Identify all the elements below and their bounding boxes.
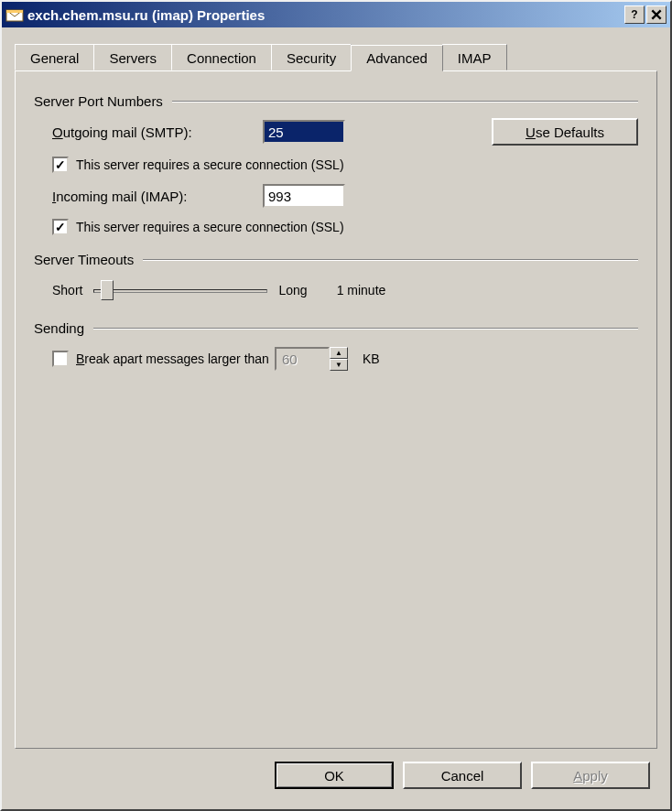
- timeouts-legend: Server Timeouts: [34, 252, 134, 267]
- tab-security[interactable]: Security: [271, 44, 352, 70]
- slider-thumb[interactable]: [101, 280, 114, 300]
- apply-button[interactable]: Apply: [531, 762, 650, 789]
- ssl-imap-checkbox[interactable]: [52, 219, 69, 235]
- window-title: exch.chem.msu.ru (imap) Properties: [27, 7, 624, 23]
- timeout-short-label: Short: [52, 283, 82, 297]
- ssl-smtp-label: This server requires a secure connection…: [76, 157, 344, 172]
- break-size-input: [275, 347, 330, 371]
- break-apart-checkbox[interactable]: [52, 351, 69, 367]
- sending-legend: Sending: [34, 320, 84, 336]
- sending-group: Sending Break apart messages larger than…: [34, 320, 638, 371]
- server-timeouts-group: Server Timeouts Short Long 1 minute: [34, 252, 638, 304]
- mail-icon: [5, 5, 24, 24]
- cancel-button[interactable]: Cancel: [403, 762, 522, 789]
- advanced-panel: Server Port Numbers Outgoing mail (SMTP)…: [15, 70, 657, 749]
- svg-rect-1: [6, 10, 23, 13]
- tab-general[interactable]: General: [15, 44, 94, 70]
- dialog-footer: OK Cancel Apply: [15, 749, 657, 796]
- break-apart-label: Break apart messages larger than: [76, 351, 269, 366]
- outgoing-port-input[interactable]: [263, 120, 345, 144]
- help-button[interactable]: ?: [624, 5, 645, 24]
- incoming-port-input[interactable]: [263, 184, 345, 208]
- kb-label: KB: [363, 351, 380, 366]
- timeout-long-label: Long: [278, 283, 307, 297]
- tab-connection[interactable]: Connection: [171, 44, 272, 70]
- tab-advanced[interactable]: Advanced: [351, 45, 443, 71]
- timeout-value: 1 minute: [337, 283, 386, 297]
- outgoing-mail-label: Outgoing mail (SMTP):: [52, 124, 263, 140]
- tab-strip: General Servers Connection Security Adva…: [15, 44, 657, 70]
- properties-dialog: exch.chem.msu.ru (imap) Properties ? Gen…: [0, 0, 672, 811]
- ok-button[interactable]: OK: [275, 762, 394, 789]
- use-defaults-button[interactable]: Use Defaults: [492, 118, 638, 146]
- incoming-mail-label: Incoming mail (IMAP):: [52, 189, 263, 204]
- close-button[interactable]: [646, 5, 667, 24]
- tab-area: General Servers Connection Security Adva…: [15, 44, 657, 749]
- spin-up-button[interactable]: ▲: [330, 347, 348, 359]
- dialog-content: General Servers Connection Security Adva…: [2, 27, 670, 809]
- tab-servers[interactable]: Servers: [93, 44, 172, 70]
- tab-imap[interactable]: IMAP: [442, 44, 507, 70]
- titlebar[interactable]: exch.chem.msu.ru (imap) Properties ?: [2, 2, 670, 27]
- ssl-smtp-checkbox[interactable]: [52, 157, 69, 173]
- server-port-legend: Server Port Numbers: [34, 93, 163, 109]
- title-buttons: ?: [624, 5, 667, 24]
- timeout-slider[interactable]: [93, 276, 267, 304]
- server-port-group: Server Port Numbers Outgoing mail (SMTP)…: [34, 93, 638, 235]
- spin-down-button[interactable]: ▼: [330, 359, 348, 371]
- ssl-imap-label: This server requires a secure connection…: [76, 220, 344, 234]
